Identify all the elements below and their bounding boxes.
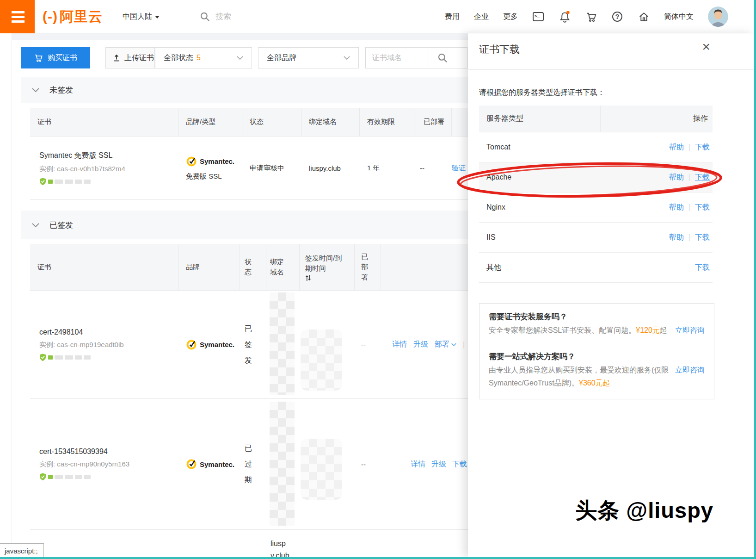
search-placeholder: 搜索 <box>215 11 231 22</box>
trust-progress <box>39 354 91 361</box>
top-navbar: (-)阿里云 中国大陆 搜索 费用 企业 更多 >_ ? 简体中文 <box>0 0 756 33</box>
panel-title: 证书下载 <box>479 43 520 56</box>
search-icon <box>200 12 210 22</box>
cert-download-panel: 证书下载 × 请根据您的服务器类型选择证书下载： 服务器类型 操作 Tomcat… <box>468 33 754 557</box>
download-link[interactable]: 下载 <box>695 173 710 182</box>
download-link[interactable]: 下载 <box>452 460 467 469</box>
trust-progress <box>39 178 91 186</box>
consult-link[interactable]: 立即咨询 <box>675 326 705 335</box>
help-link[interactable]: 帮助 <box>669 233 684 242</box>
region-selector[interactable]: 中国大陆 <box>123 12 160 22</box>
help-icon[interactable]: ? <box>611 11 623 23</box>
cert-status: 已过期 <box>240 399 266 529</box>
promo-install-service: 需要证书安装服务吗？ 安全专家帮您解决SSL证书安装、配置问题。¥120元起 立… <box>489 311 705 337</box>
language-selector[interactable]: 简体中文 <box>664 12 694 22</box>
promo-title: 需要一站式解决方案吗？ <box>489 351 662 363</box>
price: ¥360元起 <box>579 379 610 387</box>
notification-bell-icon[interactable] <box>559 11 571 23</box>
hamburger-menu-icon[interactable] <box>0 0 35 33</box>
search-button[interactable] <box>428 47 467 68</box>
col-status: 状态 <box>242 108 301 136</box>
status-filter-dropdown[interactable]: 全部状态 5 <box>155 47 252 68</box>
deploy-link[interactable]: 部署 <box>435 340 456 349</box>
aliyun-logo-mark: (-) <box>43 9 58 24</box>
cert-status: 已签发 <box>240 291 266 398</box>
chevron-down-icon <box>451 343 456 346</box>
server-row-iis: IIS 帮助|下载 <box>479 223 713 253</box>
censored-date-block <box>301 329 342 391</box>
download-link[interactable]: 下载 <box>695 233 710 242</box>
upload-cert-button[interactable]: 上传证书 <box>105 47 155 68</box>
home-icon[interactable] <box>638 11 650 23</box>
symantec-logo: Symantec. <box>186 458 234 470</box>
upgrade-link[interactable]: 升级 <box>413 340 428 349</box>
cert-deployed: -- <box>416 137 452 199</box>
cert-name: cert-2498104 <box>39 328 83 336</box>
brand-sub: 免费版 SSL <box>186 172 222 181</box>
price: ¥120元 <box>636 326 660 334</box>
nav-enterprise[interactable]: 企业 <box>474 12 489 22</box>
server-row-other: 其他 下载 <box>479 253 713 283</box>
detail-link[interactable]: 详情 <box>411 460 425 469</box>
help-link[interactable]: 帮助 <box>669 203 684 212</box>
close-icon[interactable]: × <box>702 40 710 54</box>
promo-title: 需要证书安装服务吗？ <box>489 311 662 323</box>
cert-domain-wrapped: liuspy.club <box>270 538 291 559</box>
shield-icon <box>39 178 46 186</box>
global-search[interactable]: 搜索 <box>200 11 231 22</box>
col-validity: 有效期限 <box>360 108 416 136</box>
aliyun-logo[interactable]: (-)阿里云 <box>43 7 103 26</box>
detail-link[interactable]: 详情 <box>392 340 407 349</box>
promo-box: 需要证书安装服务吗？ 安全专家帮您解决SSL证书安装、配置问题。¥120元起 立… <box>479 303 714 399</box>
cert-domain: liuspy.club <box>301 137 360 199</box>
promo-desc: 由专业人员指导您从购买到安装，最受欢迎的服务(仅限Symantec/GeoTru… <box>489 364 673 390</box>
server-row-nginx: Nginx 帮助|下载 <box>479 193 713 223</box>
cert-instance: 实例: cas-cn-mp919eadt0ib <box>39 341 124 349</box>
col-brand-type: 品牌/类型 <box>178 108 242 136</box>
domain-search-input[interactable] <box>365 47 428 68</box>
shield-icon <box>39 473 46 481</box>
cart-icon[interactable] <box>585 11 597 23</box>
col-issue-expire-time[interactable]: 签发时间/到期时间 <box>300 244 355 290</box>
screenshot-frame-right <box>754 0 756 559</box>
nav-fee[interactable]: 费用 <box>445 12 460 22</box>
download-link[interactable]: 下载 <box>695 143 710 152</box>
col-deployed: 已部署 <box>355 244 381 290</box>
server-row-tomcat: Tomcat 帮助|下载 <box>479 132 713 162</box>
censored-domain-block <box>270 292 295 395</box>
download-link[interactable]: 下载 <box>695 263 710 273</box>
cert-validity: 1 年 <box>360 137 416 199</box>
shield-icon <box>39 354 46 361</box>
col-deployed: 已部署 <box>416 108 452 136</box>
help-link[interactable]: 帮助 <box>669 173 684 182</box>
verify-link[interactable]: 验证 <box>452 164 466 173</box>
help-link[interactable]: 帮助 <box>669 143 684 152</box>
chevron-down-icon <box>32 88 39 92</box>
chevron-down-icon <box>237 56 243 60</box>
caret-down-icon <box>155 16 160 19</box>
aliyun-logo-text: 阿里云 <box>60 9 103 24</box>
avatar[interactable] <box>708 6 728 27</box>
symantec-check-icon <box>186 339 198 351</box>
brand-filter-dropdown[interactable]: 全部品牌 <box>258 47 359 68</box>
cert-deployed: -- <box>355 399 381 529</box>
watermark: 头条 @liuspy <box>575 496 713 525</box>
panel-instruction: 请根据您的服务器类型选择证书下载： <box>479 88 605 98</box>
censored-date-block <box>301 439 342 500</box>
promo-one-stop: 需要一站式解决方案吗？ 由专业人员指导您从购买到安装，最受欢迎的服务(仅限Sym… <box>489 351 705 390</box>
terminal-icon[interactable]: >_ <box>532 11 544 23</box>
download-link[interactable]: 下载 <box>695 203 710 212</box>
cert-instance: 实例: cas-cn-v0h1b7ts82m4 <box>39 165 125 174</box>
navbar-right: 费用 企业 更多 >_ ? 简体中文 <box>445 0 728 33</box>
cart-icon <box>34 53 43 62</box>
upgrade-link[interactable]: 升级 <box>431 460 446 469</box>
buy-cert-button[interactable]: 购买证书 <box>21 47 90 68</box>
nav-more[interactable]: 更多 <box>503 12 518 22</box>
status-filter-count: 5 <box>197 54 201 62</box>
trust-progress <box>39 473 91 481</box>
sort-icon[interactable] <box>305 274 311 281</box>
cert-instance: 实例: cas-cn-mp90n0y5m163 <box>39 460 129 469</box>
consult-link[interactable]: 立即咨询 <box>675 366 705 375</box>
col-domain: 绑定域名 <box>301 108 360 136</box>
chevron-down-icon <box>344 56 350 60</box>
